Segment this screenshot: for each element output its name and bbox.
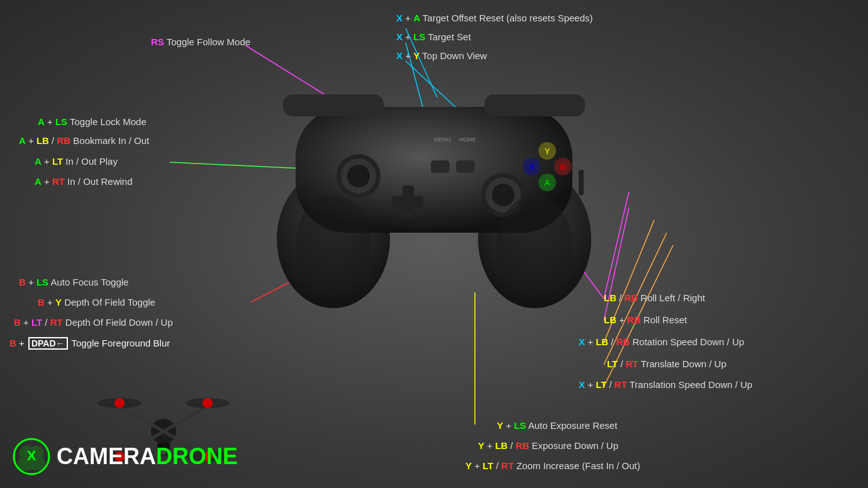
svg-point-51: [203, 398, 213, 408]
a-lt-label: A + LT In / Out Play: [35, 156, 118, 167]
x-y-label: X + Y Top Down View: [396, 50, 487, 61]
y-ls-label: Y + LS Auto Exposure Reset: [497, 420, 617, 431]
b-y-label: B + Y Depth Of Field Toggle: [38, 297, 155, 308]
svg-rect-38: [579, 170, 584, 195]
svg-rect-17: [484, 94, 585, 116]
svg-text:Y: Y: [545, 147, 550, 156]
logo-text: CAMERADRONE: [57, 443, 238, 470]
x-ls-label: X + LS Target Set: [396, 31, 471, 42]
svg-point-20: [347, 165, 370, 187]
a-rt-label: A + RT In / Out Rewind: [35, 176, 133, 187]
svg-text:HOME: HOME: [459, 136, 476, 143]
xbox-logo: X: [13, 438, 50, 475]
lt-rt-label: LT / RT Translate Down / Up: [607, 358, 726, 369]
y-lb-rb-label: Y + LB / RB Exposure Down / Up: [478, 440, 618, 451]
svg-text:A: A: [544, 178, 550, 187]
svg-text:X: X: [27, 448, 36, 463]
svg-text:MENU: MENU: [434, 136, 451, 143]
svg-text:B: B: [560, 162, 565, 172]
svg-point-50: [114, 398, 125, 408]
a-ls-label: A + LS Toggle Lock Mode: [38, 116, 147, 127]
svg-line-43: [164, 406, 208, 431]
svg-point-23: [492, 184, 515, 206]
b-lt-rt-label: B + LT / RT Depth Of Field Down / Up: [14, 317, 173, 328]
svg-rect-16: [283, 94, 384, 116]
svg-rect-25: [392, 196, 423, 208]
b-dpad-label: B + DPAD← Toggle Foreground Blur: [9, 337, 170, 350]
svg-point-36: [296, 195, 371, 296]
a-lb-rb-label: A + LB / RB Bookmark In / Out: [19, 135, 149, 146]
svg-point-37: [497, 195, 572, 296]
x-lt-rt-label: X + LT / RT Translation Speed Down / Up: [579, 379, 752, 390]
x-a-label: X + A Target Offset Reset (also resets S…: [396, 13, 593, 23]
svg-rect-34: [431, 160, 450, 173]
svg-line-42: [120, 406, 164, 431]
logo-area: X CAMERADRONE: [13, 438, 238, 475]
svg-rect-35: [456, 160, 475, 173]
svg-text:X: X: [529, 162, 535, 172]
lb-rb-label: LB / RB Roll Left / Right: [604, 292, 705, 303]
x-lb-rb-label: X + LB / RB Rotation Speed Down / Up: [579, 336, 744, 347]
rs-toggle-label: RS Toggle Follow Mode: [151, 36, 250, 47]
lb-plus-rb-label: LB + RB Roll Reset: [604, 314, 687, 325]
y-lt-rt-label: Y + LT / RT Zoom Increase (Fast In / Out…: [465, 460, 640, 471]
b-ls-label: B + LS Auto Focus Toggle: [19, 277, 128, 287]
